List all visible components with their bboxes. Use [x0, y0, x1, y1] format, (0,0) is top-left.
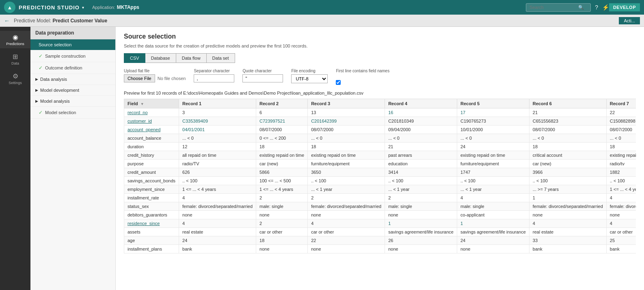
nav-item-outcome-definition[interactable]: ✓ Outcome definition [30, 62, 115, 74]
table-cell: car or other [606, 228, 636, 236]
separator-label: Separator character [194, 69, 234, 73]
table-cell: 4 [529, 219, 606, 228]
col-record1: Record 1 [179, 99, 256, 108]
file-group: Upload flat file Choose File No file cho… [124, 69, 186, 82]
table-cell: 24 [457, 236, 529, 245]
table-cell: none [179, 211, 256, 219]
sidebar-settings-label: Settings [9, 81, 22, 85]
table-cell: 22 [308, 236, 385, 245]
nav-group-model-development[interactable]: ▶ Model development [30, 85, 115, 96]
quote-input[interactable] [242, 74, 283, 82]
table-cell: 4 [179, 194, 256, 202]
breadcrumb-bar: ← Predictive Model: Predict Customer Val… [0, 15, 644, 27]
table-cell: .. < 100 [385, 177, 457, 185]
table-cell: education [385, 160, 457, 168]
table-cell: ... < 0 [529, 134, 606, 143]
quote-group: Quote character [242, 69, 283, 82]
table-cell: savings agreement/life insurance [385, 228, 457, 236]
table-row: installment_rate4222414 [124, 194, 636, 202]
settings-icon: ⚙ [13, 72, 18, 80]
tab-dataflow[interactable]: Data flow [176, 53, 207, 63]
encoding-group: File encoding UTF-8 ISO-8859-1 ASCII [291, 69, 328, 83]
table-cell: existing repaid on time [606, 151, 636, 160]
separator-input[interactable] [194, 74, 234, 82]
table-cell-field: savings_account_bonds [124, 177, 179, 185]
search-input[interactable] [529, 5, 578, 10]
col-record3: Record 3 [308, 99, 385, 108]
sidebar-item-data[interactable]: ⊞ Data [0, 50, 30, 68]
chevron-down-icon[interactable]: ▾ [82, 5, 84, 10]
table-cell: .. < 100 [179, 177, 256, 185]
table-cell-field: credit_history [124, 151, 179, 160]
table-cell: .. < 100 [606, 177, 636, 185]
table-cell: ... < 0 [606, 134, 636, 143]
nav-group-model-analysis[interactable]: ▶ Model analysis [30, 96, 115, 107]
table-row: savings_account_bonds.. < 100100 <= ... … [124, 177, 636, 185]
tab-dataset[interactable]: Data set [207, 53, 235, 63]
back-button[interactable]: ← [4, 17, 10, 24]
table-cell: 1 [457, 219, 529, 228]
table-cell: bank [529, 245, 606, 253]
table-row: assetsreal estatecar or othercar or othe… [124, 228, 636, 236]
table-cell: 24 [179, 236, 256, 245]
table-cell: .. < 100 [308, 177, 385, 185]
table-row: account_opened04/01/200108/07/200008/07/… [124, 126, 636, 134]
table-cell: 1 [529, 194, 606, 202]
table-cell: .. < 100 [457, 177, 529, 185]
table-row: purposeradio/TVcar (new)furniture/equipm… [124, 160, 636, 168]
table-cell: none [385, 245, 457, 253]
table-cell: 1747 [457, 168, 529, 177]
tab-database[interactable]: Database [145, 53, 176, 63]
sidebar-item-settings[interactable]: ⚙ Settings [0, 70, 30, 87]
table-cell-field: record_no [124, 108, 179, 117]
table-cell-field: assets [124, 228, 179, 236]
nav-item-model-selection[interactable]: ✓ Model selection [30, 107, 115, 119]
fieldnames-checkbox-row [336, 80, 389, 85]
table-cell: C201810349 [385, 117, 457, 126]
nav-item-source-selection[interactable]: Source selection [30, 39, 115, 50]
table-cell: bank [179, 245, 256, 253]
check-icon: ✓ [39, 53, 43, 59]
tab-csv[interactable]: CSV [124, 53, 145, 63]
table-cell: 10/01/2000 [457, 126, 529, 134]
choose-file-button[interactable]: Choose File [124, 74, 155, 82]
encoding-select[interactable]: UTF-8 ISO-8859-1 ASCII [291, 74, 328, 83]
table-cell: 1 <= ... < 4 years [256, 185, 308, 194]
model-development-label: Model development [40, 88, 79, 93]
help-icon[interactable]: ? [595, 4, 598, 11]
sidebar-data-label: Data [11, 61, 19, 65]
table-cell: ... < 0 [385, 134, 457, 143]
nav-item-sample-construction[interactable]: ✓ Sample construction [30, 50, 115, 62]
fieldnames-checkbox[interactable] [336, 80, 341, 85]
flash-icon[interactable]: ⚡ [602, 4, 609, 11]
table-cell: bank [606, 245, 636, 253]
develop-button[interactable]: DEVELOP [609, 3, 640, 11]
table-cell-field: employment_since [124, 185, 179, 194]
filter-icon[interactable]: ▼ [140, 102, 144, 106]
sidebar-item-predictions[interactable]: ◉ Predictions [0, 31, 30, 48]
table-cell: 08/07/2000 [606, 126, 636, 134]
page-description: Select the data source for the creation … [124, 43, 636, 48]
table-cell: none [256, 211, 308, 219]
separator-group: Separator character [194, 69, 234, 82]
table-cell: 21 [385, 143, 457, 151]
table-row: employment_since1 <= ... < 4 years1 <= .… [124, 185, 636, 194]
table-cell: C150882898 [606, 117, 636, 126]
data-icon: ⊞ [13, 53, 18, 61]
table-cell: 26 [385, 236, 457, 245]
search-box[interactable]: 🔍 [526, 3, 591, 12]
search-icon: 🔍 [578, 5, 584, 10]
table-cell: 6 [256, 108, 308, 117]
table-cell: none [529, 211, 606, 219]
table-cell: female: divorced/separated/married [179, 202, 256, 211]
table-cell-field: duration [124, 143, 179, 151]
table-cell: savings agreement/life insurance [457, 228, 529, 236]
table-cell: furniture/equipment [308, 160, 385, 168]
nav-section-header: Data preparation [30, 27, 115, 39]
table-cell: ... < 1 year [457, 185, 529, 194]
model-label: Predictive Model: [14, 18, 51, 24]
nav-group-data-analysis[interactable]: ▶ Data analysis [30, 74, 115, 85]
action-button[interactable]: Acti... [619, 17, 640, 24]
table-cell: past arrears [385, 151, 457, 160]
table-cell: car or other [256, 228, 308, 236]
